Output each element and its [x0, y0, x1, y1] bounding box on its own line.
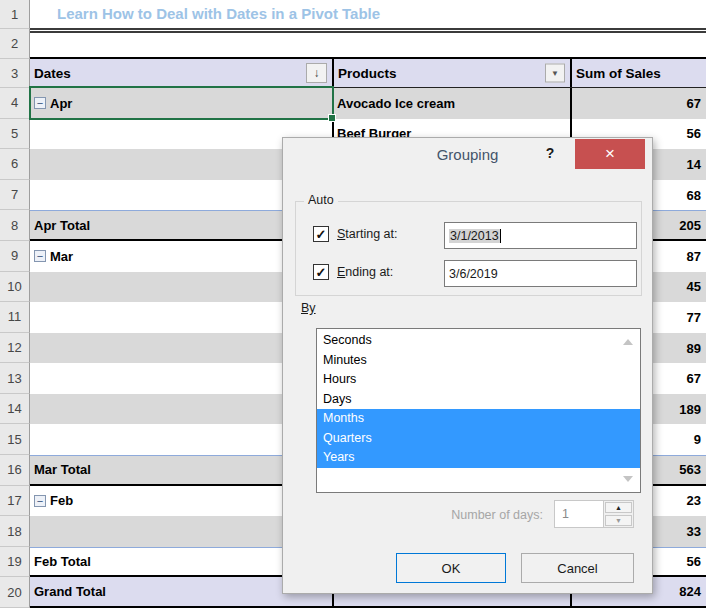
row-number-6[interactable]: 6: [0, 149, 30, 180]
ending-at-label: Ending at:: [337, 265, 393, 279]
header-sales-label: Sum of Sales: [576, 66, 661, 81]
row-number-10[interactable]: 10: [0, 272, 30, 303]
pivot-header-row: Dates ↓ Products ▼ Sum of Sales: [30, 57, 706, 88]
header-dates-label: Dates: [34, 66, 71, 81]
chevron-down-icon: ▼: [551, 69, 559, 78]
row-number-4[interactable]: 4: [0, 88, 30, 119]
check-icon: ✓: [316, 227, 327, 242]
row-number-19[interactable]: 19: [0, 547, 30, 578]
collapse-minus-icon[interactable]: −: [34, 97, 46, 109]
collapse-minus-icon[interactable]: −: [34, 250, 46, 262]
dates-cell-text: Mar: [50, 249, 73, 264]
products-cell[interactable]: Avocado Ice cream: [332, 88, 570, 119]
header-sum-of-sales[interactable]: Sum of Sales: [570, 59, 706, 87]
row-number-1[interactable]: 1: [0, 0, 30, 29]
table-row: −AprAvocado Ice cream67: [30, 88, 706, 119]
dates-cell-text: Feb: [50, 493, 73, 508]
row-number-15[interactable]: 15: [0, 424, 30, 455]
excel-window: 1234567891011121314151617181920 Learn Ho…: [0, 0, 710, 614]
spin-up-icon[interactable]: ▲: [605, 502, 632, 513]
by-option-seconds[interactable]: Seconds: [317, 331, 640, 351]
row-number-12[interactable]: 12: [0, 333, 30, 364]
by-option-years[interactable]: Years: [317, 448, 640, 468]
help-icon[interactable]: ?: [540, 145, 560, 161]
row-number-11[interactable]: 11: [0, 302, 30, 333]
close-button[interactable]: ×: [575, 139, 645, 169]
dialog-title: Grouping: [437, 146, 499, 163]
spin-down-icon[interactable]: ▼: [605, 515, 632, 526]
dialog-title-bar[interactable]: Grouping ? ×: [283, 138, 652, 172]
number-of-days-value[interactable]: 1: [555, 501, 603, 527]
header-dates[interactable]: Dates ↓: [30, 59, 332, 87]
header-products[interactable]: Products ▼: [332, 59, 570, 87]
ending-at-checkbox[interactable]: ✓: [313, 264, 329, 280]
double-border: [30, 28, 706, 33]
close-icon: ×: [605, 144, 615, 164]
row-number-7[interactable]: 7: [0, 180, 30, 211]
sort-filter-button[interactable]: ↓: [306, 63, 327, 83]
dates-cell-text: Apr: [50, 96, 72, 111]
by-listbox[interactable]: SecondsMinutesHoursDaysMonthsQuartersYea…: [316, 328, 641, 493]
row-number-17[interactable]: 17: [0, 486, 30, 517]
dates-cell-text: Feb Total: [34, 554, 91, 569]
row-number-16[interactable]: 16: [0, 455, 30, 486]
sort-descending-icon: ↓: [314, 66, 320, 80]
by-option-quarters[interactable]: Quarters: [317, 429, 640, 449]
dates-cell-text: Apr Total: [34, 218, 90, 233]
header-products-label: Products: [338, 66, 397, 81]
row-number-5[interactable]: 5: [0, 119, 30, 150]
row-number-14[interactable]: 14: [0, 394, 30, 425]
row-number-20[interactable]: 20: [0, 577, 30, 608]
row-number-3[interactable]: 3: [0, 59, 30, 88]
cancel-button[interactable]: Cancel: [521, 553, 634, 583]
row-number-13[interactable]: 13: [0, 363, 30, 394]
ok-button-label: OK: [442, 561, 461, 576]
check-icon: ✓: [316, 265, 327, 280]
starting-at-value: 3/1/2013: [449, 229, 500, 243]
by-option-hours[interactable]: Hours: [317, 370, 640, 390]
ending-at-value: 3/6/2019: [449, 267, 498, 281]
row-number-8[interactable]: 8: [0, 210, 30, 241]
number-of-days-spinner: 1 ▲ ▼: [554, 500, 634, 528]
by-label: By: [301, 301, 316, 315]
row-number-9[interactable]: 9: [0, 241, 30, 272]
scroll-down-icon[interactable]: [623, 476, 633, 482]
by-option-months[interactable]: Months: [317, 409, 640, 429]
by-option-minutes[interactable]: Minutes: [317, 351, 640, 371]
starting-at-checkbox[interactable]: ✓: [313, 226, 329, 242]
auto-groupbox-label: Auto: [304, 193, 338, 207]
grouping-dialog: Grouping ? × Auto ✓ Starting at: 3/1/201…: [282, 137, 653, 594]
starting-at-label: Starting at:: [337, 227, 397, 241]
ok-button[interactable]: OK: [396, 553, 506, 583]
filter-dropdown-button[interactable]: ▼: [545, 64, 565, 83]
cancel-button-label: Cancel: [557, 561, 597, 576]
spin-buttons: ▲ ▼: [603, 501, 633, 527]
collapse-minus-icon[interactable]: −: [34, 495, 46, 507]
by-option-days[interactable]: Days: [317, 390, 640, 410]
dates-cell-text: Grand Total: [34, 584, 106, 599]
text-cursor: [500, 229, 501, 243]
dates-cell[interactable]: −Apr: [30, 88, 332, 119]
ending-at-input[interactable]: 3/6/2019: [444, 260, 637, 287]
number-of-days-label: Number of days:: [378, 508, 543, 522]
scroll-up-icon[interactable]: [623, 339, 633, 345]
row-number-18[interactable]: 18: [0, 516, 30, 547]
dates-cell-text: Mar Total: [34, 462, 91, 477]
starting-at-input[interactable]: 3/1/2013: [444, 222, 637, 249]
row-number-2[interactable]: 2: [0, 29, 30, 59]
sales-cell[interactable]: 67: [570, 88, 706, 119]
sheet-title: Learn How to Deal with Dates in a Pivot …: [57, 5, 380, 22]
